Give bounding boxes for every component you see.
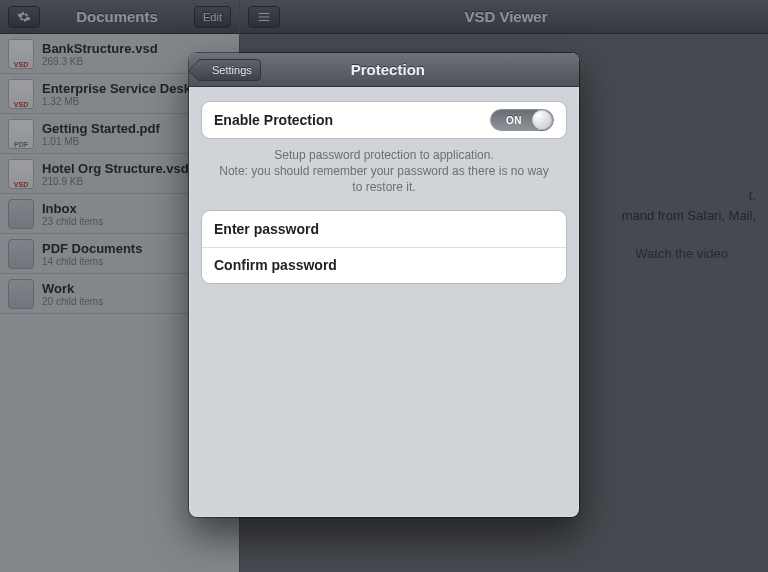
switch-on-label: ON [491, 110, 537, 130]
enable-protection-switch[interactable]: ON [490, 109, 554, 131]
enter-password-label: Enter password [214, 221, 319, 237]
hint-line: Setup password protection to application… [215, 147, 553, 163]
protection-popover: Settings Protection Enable Protection ON… [189, 53, 579, 517]
popover-toolbar: Settings Protection [189, 53, 579, 87]
confirm-password-cell[interactable]: Confirm password [202, 247, 566, 283]
popover-title: Protection [261, 61, 515, 78]
switch-knob [532, 110, 552, 130]
hint-line: Note: you should remember your password … [215, 163, 553, 179]
password-group: Enter password Confirm password [201, 210, 567, 284]
enable-protection-label: Enable Protection [214, 112, 333, 128]
protection-hint: Setup password protection to application… [201, 139, 567, 210]
back-button-label: Settings [212, 64, 252, 76]
hint-line: to restore it. [215, 179, 553, 195]
back-to-settings-button[interactable]: Settings [197, 59, 261, 81]
popover-body: Enable Protection ON Setup password prot… [189, 87, 579, 298]
enter-password-cell[interactable]: Enter password [202, 211, 566, 247]
enable-protection-cell: Enable Protection ON [202, 102, 566, 138]
confirm-password-label: Confirm password [214, 257, 337, 273]
enable-protection-group: Enable Protection ON [201, 101, 567, 139]
